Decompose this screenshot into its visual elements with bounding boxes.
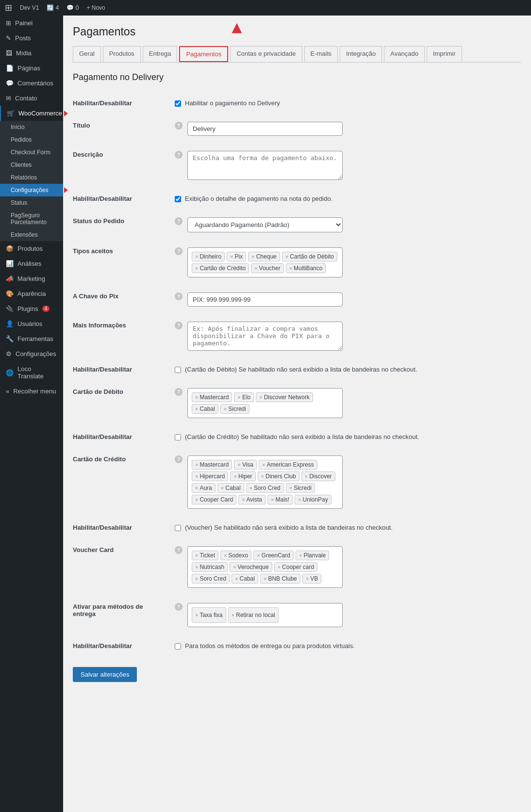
red-arrow-decoration: ▼ (228, 20, 246, 38)
virtual-habilitar-checkbox[interactable] (175, 643, 181, 650)
chave-pix-input[interactable] (187, 292, 343, 307)
sidebar-item-status[interactable]: Status (0, 196, 63, 209)
titulo-input[interactable] (187, 122, 343, 136)
tab-imprimir[interactable]: Imprimir (427, 46, 462, 62)
pagseguro-label: PagSeguro Parcelamento (11, 212, 57, 226)
sidebar-item-relatorios[interactable]: Relatórios (0, 171, 63, 184)
tag-cooper-card-voucher: × Cooper card (274, 562, 317, 572)
sidebar-item-paginas[interactable]: 📄 Páginas (0, 61, 63, 76)
sidebar-item-produtos[interactable]: 📦 Produtos (0, 241, 63, 256)
help-tipos-icon[interactable]: ? (175, 247, 183, 255)
help-cartao-debito-icon[interactable]: ? (175, 388, 183, 396)
mais-info-input[interactable] (187, 322, 343, 351)
habilitar-checkbox[interactable] (175, 100, 181, 107)
sidebar-item-pedidos[interactable]: Pedidos (0, 133, 63, 146)
tag-cabal-voucher: × Cabal (232, 574, 258, 584)
site-name[interactable]: Dev V1 (20, 4, 39, 11)
descricao-input[interactable] (187, 151, 343, 180)
help-cartao-credito-icon[interactable]: ? (175, 455, 183, 463)
tab-avancado[interactable]: Avançado (384, 46, 425, 62)
sidebar-item-recolher-menu[interactable]: « Recolher menu (0, 384, 63, 399)
sidebar-item-loco-translate[interactable]: 🌐 Loco Translate (0, 361, 63, 384)
row-ativar-entrega: Ativar para métodos de entrega ? × Taxa … (73, 596, 521, 635)
media-icon: 🖼 (6, 49, 12, 57)
tab-produtos[interactable]: Produtos (103, 46, 141, 62)
plugins-icon: 🔌 (6, 305, 14, 312)
tag-cartao-credito: × Cartão de Crédito (192, 263, 249, 273)
sidebar-label: Recolher menu (13, 388, 56, 395)
sidebar-item-usuarios[interactable]: 👤 Usuários (0, 316, 63, 331)
sidebar-item-ferramentas[interactable]: 🔧 Ferramentas (0, 331, 63, 346)
tab-geral[interactable]: Geral (73, 46, 101, 62)
wp-logo-icon[interactable]: ⊞ (5, 2, 12, 13)
sidebar-item-painel[interactable]: ⊞ Painel (0, 16, 63, 31)
help-voucher-icon[interactable]: ? (175, 546, 183, 554)
field-label-ativar-entrega: Ativar para métodos de entrega (73, 596, 170, 635)
tag-cabal-credito: × Cabal (217, 483, 244, 493)
row-cartao-debito: Cartão de Débito ? × Mastercard × Elo × … (73, 381, 521, 426)
field-label-descricao: Descrição (73, 144, 170, 188)
sidebar-item-configuracoes[interactable]: Configurações (0, 184, 63, 196)
sidebar-item-aparencia[interactable]: 🎨 Aparência (0, 286, 63, 301)
sidebar-item-marketing[interactable]: 📣 Marketing (0, 271, 63, 286)
credito-habilitar-checkbox[interactable] (175, 434, 181, 440)
tag-bnb-clube: × BNB Clube (260, 574, 300, 584)
tab-emails[interactable]: E-mails (304, 46, 338, 62)
credito-habilitar-label: (Cartão de Crédito) Se habilitado não se… (185, 433, 419, 440)
sidebar-label: Posts (15, 34, 31, 42)
sidebar-item-comentarios[interactable]: 💬 Comentários (0, 76, 63, 91)
help-mais-info-icon[interactable]: ? (175, 322, 183, 329)
sidebar-label: Contato (15, 95, 37, 102)
sidebar-item-contato[interactable]: ✉ Contato (0, 91, 63, 106)
tag-sicredi-credito: × Sicredi (286, 483, 315, 493)
sidebar-item-woocommerce[interactable]: 🛒 WooCommerce (0, 106, 63, 121)
status-select[interactable]: Aguardando Pagamento (Padrão) (187, 217, 343, 232)
help-descricao-icon[interactable]: ? (175, 151, 183, 159)
sidebar-label: Produtos (17, 245, 43, 252)
tag-ticket: × Ticket (192, 551, 218, 560)
help-titulo-icon[interactable]: ? (175, 122, 183, 130)
updates-icon[interactable]: 🔄 4 (47, 4, 59, 11)
tab-pagamentos[interactable]: Pagamentos (179, 46, 228, 62)
voucher-habilitar-checkbox[interactable] (175, 525, 181, 531)
row-voucher-habilitar: Habilitar/Desabilitar (Voucher) Se habil… (73, 517, 521, 539)
comments-icon: 💬 (6, 80, 14, 87)
row-titulo: Título ? (73, 114, 521, 144)
tab-contas[interactable]: Contas e privacidade (230, 46, 302, 62)
sidebar-item-clientes[interactable]: Clientes (0, 159, 63, 171)
habilitar2-checkbox[interactable] (175, 196, 181, 202)
tag-diners-club: × Diners Club (258, 471, 299, 481)
debito-checkbox-wrap: (Cartão de Débito) Se habilitado não ser… (175, 366, 516, 373)
settings-tabs: Geral Produtos Entrega Pagamentos Contas… (73, 46, 521, 63)
sidebar-item-posts[interactable]: ✎ Posts (0, 31, 63, 46)
tab-entrega[interactable]: Entrega (143, 46, 178, 62)
help-status-icon[interactable]: ? (175, 217, 183, 225)
admin-bar: ⊞ Dev V1 🔄 4 💬 0 + Novo (0, 0, 531, 16)
sidebar-item-midia[interactable]: 🖼 Mídia (0, 46, 63, 61)
tab-integracao[interactable]: Integração (340, 46, 382, 62)
debito-habilitar-checkbox[interactable] (175, 367, 181, 373)
sidebar-item-config-main[interactable]: ⚙ Configurações (0, 346, 63, 361)
new-content[interactable]: + Novo (86, 4, 105, 11)
sidebar-item-checkout-form[interactable]: Checkout Form (0, 146, 63, 159)
tag-nutricash: × Nutricash (192, 562, 228, 572)
help-chave-pix-icon[interactable]: ? (175, 292, 183, 300)
page-title: Pagamentos (73, 25, 521, 38)
row-debito-habilitar: Habilitar/Desabilitar (Cartão de Débito)… (73, 358, 521, 381)
config-label: Configurações (11, 187, 48, 194)
status-label: Status (11, 199, 27, 206)
sidebar-item-plugins[interactable]: 🔌 Plugins 4 (0, 301, 63, 316)
checkout-form-label: Checkout Form (11, 149, 50, 156)
tag-mais: × Mais! (267, 495, 293, 504)
cartao-credito-tag-list: × Mastercard × Visa × American Express ×… (187, 455, 343, 509)
marketing-icon: 📣 (6, 275, 14, 282)
comments-icon[interactable]: 💬 0 (66, 4, 79, 11)
tag-discover-credito: × Discover (301, 471, 335, 481)
tag-hiper: × Hiper (230, 471, 255, 481)
help-ativar-icon[interactable]: ? (175, 603, 183, 611)
sidebar-item-extensoes[interactable]: Extensões (0, 228, 63, 241)
sidebar-item-inicio[interactable]: Início (0, 121, 63, 133)
sidebar-item-pagseguro[interactable]: PagSeguro Parcelamento (0, 209, 63, 228)
sidebar-item-analises[interactable]: 📊 Análises (0, 256, 63, 271)
save-button[interactable]: Salvar alterações (73, 667, 137, 682)
